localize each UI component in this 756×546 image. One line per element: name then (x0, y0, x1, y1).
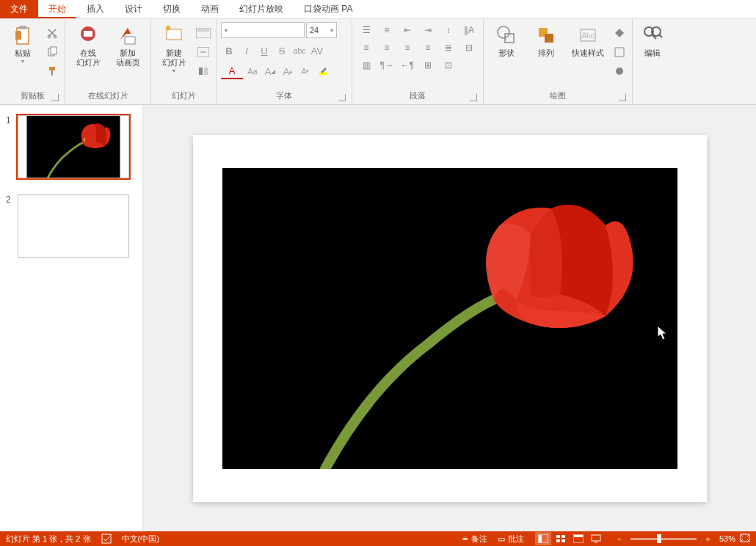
shrink-font-button[interactable]: A▾ (297, 63, 313, 79)
copy-button[interactable] (44, 44, 60, 60)
group-label-online: 在线幻灯片 (70, 89, 146, 103)
numbering-button[interactable]: ≡ (377, 22, 396, 38)
font-family-combo[interactable] (221, 22, 305, 38)
clipboard-launcher[interactable] (51, 94, 59, 101)
new-slide-button[interactable]: 新建 幻灯片 ▾ (156, 22, 192, 74)
distribute-button[interactable]: ≣ (439, 40, 458, 56)
slide-canvas[interactable] (193, 135, 707, 502)
paragraph-launcher[interactable] (470, 94, 477, 101)
slide-counter[interactable]: 幻灯片 第 1 张，共 2 张 (6, 534, 91, 545)
group-paragraph: ☰ ≡ ⇤ ⇥ ↕ ‖A ≡ ≡ ≡ ≡ ≣ ⊟ ▥ ¶→ ←¶ ⊞ ⊡ 段落 (352, 19, 484, 104)
decrease-indent-button[interactable]: ⇤ (398, 22, 417, 38)
bullets-button[interactable]: ☰ (357, 22, 376, 38)
tab-design[interactable]: 设计 (115, 0, 153, 18)
shape-effects-button[interactable] (611, 63, 628, 79)
tab-animation[interactable]: 动画 (191, 0, 229, 18)
justify-button[interactable]: ≡ (418, 40, 437, 56)
grow-font-button[interactable]: A▴ (280, 63, 296, 79)
tab-file[interactable]: 文件 (0, 0, 38, 18)
editing-button[interactable]: 编辑 (637, 22, 668, 58)
reading-view-button[interactable] (570, 532, 586, 545)
align-text-button[interactable]: ⊟ (459, 40, 479, 56)
zoom-level[interactable]: 53% (719, 534, 735, 543)
fit-window-button[interactable] (740, 534, 750, 544)
group-label-slides: 幻灯片 (156, 89, 211, 103)
svg-rect-8 (51, 70, 53, 76)
format-painter-button[interactable] (44, 63, 60, 79)
layout-button[interactable] (195, 25, 211, 41)
group-label-paragraph: 段落 (357, 89, 479, 103)
rtl-button[interactable]: ←¶ (398, 57, 417, 73)
status-bar: 幻灯片 第 1 张，共 2 张 中文(中国) ≐ 备注 ▭ 批注 － ＋ 53% (0, 531, 756, 546)
drawing-launcher[interactable] (619, 94, 626, 101)
svg-rect-30 (222, 168, 677, 469)
ltr-button[interactable]: ¶→ (377, 57, 396, 73)
highlight-button[interactable] (315, 63, 331, 79)
normal-view-button[interactable] (535, 532, 551, 545)
tab-transition[interactable]: 切换 (153, 0, 191, 18)
tab-slideshow[interactable]: 幻灯片放映 (229, 0, 294, 18)
section-button[interactable] (195, 63, 211, 79)
comments-button[interactable]: ▭ 批注 (498, 534, 524, 545)
italic-button[interactable]: I (239, 43, 255, 59)
thumbnail-2[interactable]: 2 (6, 194, 137, 258)
svg-rect-25 (615, 48, 624, 57)
editing-label: 编辑 (644, 48, 661, 58)
align-left-button[interactable]: ≡ (357, 40, 376, 56)
sorter-view-button[interactable] (553, 532, 569, 545)
slide-content-image[interactable] (222, 168, 677, 469)
zoom-in-button[interactable]: ＋ (701, 534, 715, 545)
group-label-editing (637, 91, 668, 103)
font-launcher[interactable] (338, 94, 346, 101)
text-direction-button[interactable]: ‖A (459, 22, 479, 38)
zoom-out-button[interactable]: － (612, 534, 626, 545)
thumbnail-preview[interactable] (18, 194, 129, 258)
change-case-button[interactable]: Aa (244, 63, 261, 79)
increase-indent-button[interactable]: ⇥ (418, 22, 437, 38)
thumbnail-panel[interactable]: 1 2 (0, 105, 143, 531)
language-button[interactable]: 中文(中国) (122, 534, 159, 545)
columns-button[interactable]: ▥ (357, 57, 376, 73)
notes-button[interactable]: ≐ 备注 (462, 534, 487, 545)
strikethrough-button[interactable]: S (274, 43, 290, 59)
quick-styles-button[interactable]: Abc 快速样式 (567, 22, 608, 58)
paste-button[interactable]: 粘贴 ▾ (4, 22, 41, 65)
cut-button[interactable] (44, 25, 60, 41)
slideshow-view-button[interactable] (588, 532, 604, 545)
reset-button[interactable] (195, 44, 211, 60)
svg-rect-17 (204, 68, 208, 75)
smartart-button[interactable]: ⊞ (418, 57, 437, 73)
slide-area[interactable] (143, 105, 756, 531)
tab-home[interactable]: 开始 (38, 0, 76, 18)
convert-button[interactable]: ⊡ (439, 57, 458, 73)
zoom-slider[interactable] (630, 538, 697, 540)
clear-format-button[interactable]: A◢ (262, 63, 278, 79)
ribbon: 粘贴 ▾ 剪贴板 在线 幻灯片 新加 动画页 在线幻灯片 (0, 19, 756, 105)
thumbnail-preview[interactable] (18, 115, 129, 178)
character-spacing-button[interactable]: AV (309, 43, 325, 59)
thumbnail-number: 1 (6, 115, 13, 125)
spellcheck-button[interactable] (101, 534, 112, 544)
tab-pa[interactable]: 口袋动画 PA (294, 0, 363, 18)
online-slides-button[interactable]: 在线 幻灯片 (70, 22, 106, 68)
new-anim-icon (116, 23, 139, 47)
font-size-combo[interactable]: 24 (306, 22, 337, 38)
tab-insert[interactable]: 插入 (76, 0, 115, 18)
shape-fill-button[interactable] (611, 25, 628, 41)
new-anim-label: 新加 动画页 (116, 48, 140, 68)
bold-button[interactable]: B (221, 43, 237, 59)
tulip-image (222, 168, 677, 469)
arrange-button[interactable]: 排列 (528, 22, 564, 58)
svg-point-19 (498, 26, 509, 38)
font-color-button[interactable]: A (221, 63, 243, 79)
new-anim-button[interactable]: 新加 动画页 (109, 22, 146, 68)
shapes-button[interactable]: 形状 (488, 22, 525, 58)
underline-button[interactable]: U (256, 43, 272, 59)
shadow-button[interactable]: abc (291, 43, 308, 59)
thumbnail-1[interactable]: 1 (6, 115, 137, 178)
svg-rect-33 (539, 535, 542, 542)
align-right-button[interactable]: ≡ (398, 40, 417, 56)
align-center-button[interactable]: ≡ (377, 40, 396, 56)
shape-outline-button[interactable] (611, 44, 628, 60)
line-spacing-button[interactable]: ↕ (439, 22, 458, 38)
